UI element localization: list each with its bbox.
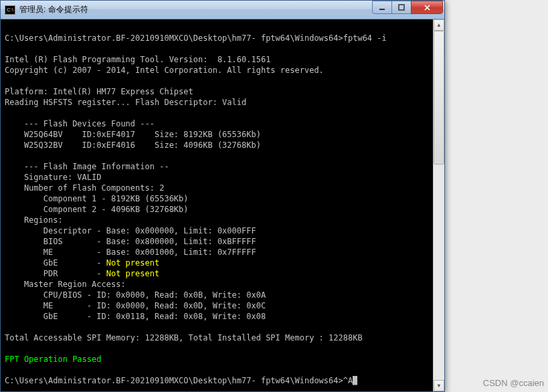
output-line: --- Flash Image Information -- (5, 162, 169, 171)
terminal-icon: C:\ (5, 5, 15, 15)
output-line: Number of Flash Components: 2 (5, 183, 164, 193)
output-line: Intel (R) Flash Programming Tool. Versio… (5, 55, 270, 64)
output-line: Component 2 - 4096KB (32768Kb) (5, 205, 189, 214)
output-line: Component 1 - 8192KB (65536Kb) (5, 194, 189, 203)
maximize-button[interactable] (391, 1, 412, 14)
close-button[interactable] (411, 1, 443, 14)
scroll-up-button[interactable]: ▲ (434, 19, 444, 31)
output-line: Copyright (c) 2007 - 2014, Intel Corpora… (5, 66, 324, 75)
console-area: C:\Users\Administrator.BF-20210910MXCO\D… (1, 19, 444, 391)
output-line: Total Accessable SPI Memory: 12288KB, To… (5, 333, 363, 342)
prompt: C:\Users\Administrator.BF-20210910MXCO\D… (5, 376, 343, 385)
output-line: Master Region Access: (5, 280, 126, 289)
output-line: GbE - ID: 0x0118, Read: 0x08, Write: 0x0… (5, 312, 266, 321)
output-line: --- Flash Devices Found --- (5, 119, 155, 128)
window-controls (373, 1, 443, 19)
minimize-button[interactable] (372, 1, 392, 14)
output-line: CPU/BIOS - ID: 0x0000, Read: 0x0B, Write… (5, 290, 266, 300)
output-line: Platform: Intel(R) HM77 Express Chipset (5, 87, 193, 96)
output-line: W25Q32BV ID:0xEF4016 Size: 4096KB (32768… (5, 140, 261, 150)
vertical-scrollbar[interactable]: ▲ ▼ (433, 19, 444, 391)
cmd-window: C:\ 管理员: 命令提示符 C:\Users\Administrator.BF… (0, 0, 445, 392)
output-line: ME - Base: 0x001000, Limit: 0x7FFFFF (5, 248, 256, 257)
prompt: C:\Users\Administrator.BF-20210910MXCO\D… (5, 33, 343, 43)
window-title: 管理员: 命令提示符 (19, 4, 373, 15)
output-line: BIOS - Base: 0x800000, Limit: 0xBFFFFF (5, 237, 256, 246)
output-line: Descriptor - Base: 0x000000, Limit: 0x00… (5, 226, 256, 235)
output-line: ME - ID: 0x0000, Read: 0x0D, Write: 0x0C (5, 301, 266, 310)
not-present-text: Not present (106, 258, 159, 268)
output-line: Regions: (5, 215, 63, 225)
output-line: Signature: VALID (5, 173, 102, 182)
output-line: W25Q64BV ID:0xEF4017 Size: 8192KB (65536… (5, 130, 261, 139)
output-line: Reading HSFSTS register... Flash Descrip… (5, 98, 246, 107)
scroll-down-button[interactable]: ▼ (434, 380, 444, 391)
not-present-text: Not present (106, 269, 159, 278)
watermark-text: CSDN @ccaien (483, 378, 544, 388)
caret-input: ^A (343, 376, 353, 385)
output-line: GbE - (5, 258, 106, 268)
titlebar[interactable]: C:\ 管理员: 命令提示符 (1, 1, 444, 19)
command: fptw64 -i (343, 33, 387, 43)
passed-text: FPT Operation Passed (5, 355, 102, 364)
scroll-track[interactable] (434, 31, 444, 380)
output-line: PDR - (5, 269, 106, 278)
console-output[interactable]: C:\Users\Administrator.BF-20210910MXCO\D… (1, 19, 433, 391)
cursor-icon: _ (353, 376, 357, 385)
svg-rect-1 (399, 5, 404, 10)
scroll-thumb[interactable] (434, 31, 444, 165)
svg-rect-0 (379, 9, 385, 10)
